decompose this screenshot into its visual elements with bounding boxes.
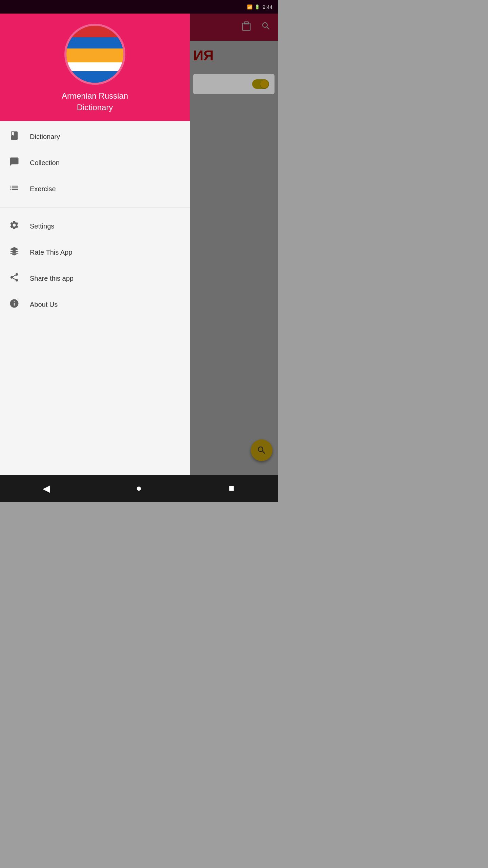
signal-icon: 📶 — [247, 4, 252, 9]
flag-icon — [64, 24, 125, 85]
flag-stripe-red — [66, 26, 123, 37]
book-icon — [8, 131, 20, 143]
status-icons: 📶 🔋 — [247, 4, 260, 9]
home-button[interactable]: ● — [129, 478, 149, 498]
drawer-menu: Dictionary Collection Exercise — [0, 121, 190, 475]
flag-stripe-yellow — [66, 48, 123, 62]
share-icon — [8, 272, 20, 285]
recent-button[interactable]: ■ — [221, 478, 242, 498]
menu-section-main: Dictionary Collection Exercise — [0, 121, 190, 205]
flag-stripe-white — [66, 62, 123, 72]
chat-icon — [8, 157, 20, 169]
status-bar: 📶 🔋 9:44 — [0, 0, 278, 14]
bottom-nav: ◀ ● ■ — [0, 475, 278, 502]
menu-item-rate[interactable]: Rate This App — [0, 239, 190, 265]
navigation-drawer: Armenian Russian Dictionary Dictionary — [0, 14, 190, 475]
menu-item-exercise[interactable]: Exercise — [0, 176, 190, 202]
drawer-header: Armenian Russian Dictionary — [0, 14, 190, 121]
menu-item-settings[interactable]: Settings — [0, 213, 190, 239]
dictionary-label: Dictionary — [30, 133, 60, 141]
back-button[interactable]: ◀ — [36, 478, 57, 498]
collection-label: Collection — [30, 159, 60, 167]
settings-label: Settings — [30, 222, 54, 230]
battery-icon: 🔋 — [255, 4, 260, 9]
menu-divider — [0, 208, 190, 208]
menu-section-secondary: Settings Rate This App Share this a — [0, 211, 190, 320]
menu-item-collection[interactable]: Collection — [0, 150, 190, 176]
rate-arrow-icon — [8, 246, 20, 259]
menu-item-about[interactable]: About Us — [0, 292, 190, 318]
menu-item-dictionary[interactable]: Dictionary — [0, 124, 190, 150]
menu-item-share[interactable]: Share this app — [0, 265, 190, 292]
exercise-label: Exercise — [30, 185, 56, 193]
status-time: 9:44 — [263, 4, 272, 10]
rate-label: Rate This App — [30, 249, 72, 256]
drawer-app-name: Armenian Russian Dictionary — [62, 90, 128, 113]
share-label: Share this app — [30, 275, 74, 282]
list-icon — [8, 183, 20, 195]
flag-stripe-blue2 — [66, 71, 123, 83]
about-label: About Us — [30, 301, 58, 309]
gear-icon — [8, 220, 20, 233]
info-icon — [8, 298, 20, 311]
flag-stripe-blue — [66, 37, 123, 49]
